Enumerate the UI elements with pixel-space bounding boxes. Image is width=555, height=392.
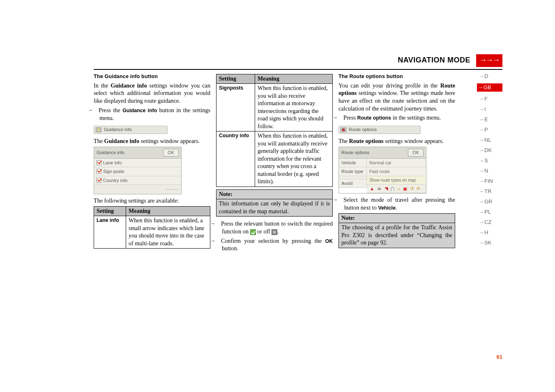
- on-icon: [250, 229, 256, 235]
- arrow-icon: →: [479, 116, 484, 122]
- nav-cz[interactable]: → CZ: [479, 219, 502, 225]
- arrow-icon: →: [479, 168, 484, 174]
- nav-code: E: [484, 116, 488, 122]
- nav-h[interactable]: → H: [479, 229, 502, 235]
- route-press-step: Press Route options in the settings menu…: [339, 114, 455, 122]
- nav-code: GR: [484, 198, 493, 205]
- arrow-icon: →: [479, 209, 484, 215]
- guidance-heading: The Guidance info button: [94, 73, 210, 80]
- header-arrows: →→→: [476, 54, 502, 67]
- nav-p[interactable]: → P: [479, 127, 502, 133]
- select-mode-step: Select the mode of travel after pressing…: [339, 196, 455, 212]
- restricted-icon: ⟳: [416, 186, 421, 192]
- label-avoid: Avoid: [339, 179, 367, 188]
- show-types-button[interactable]: Show route types on map: [367, 176, 426, 184]
- table-row: Country info When this function is enabl…: [216, 131, 333, 187]
- vehicle-button[interactable]: Normal car: [367, 159, 426, 168]
- nav-gb[interactable]: → GB: [477, 83, 502, 92]
- confirm-step: Confirm your selection by pressing the O…: [216, 237, 333, 253]
- content-columns: The Guidance info button In the Guidance…: [94, 73, 455, 254]
- note-title: Note:: [216, 190, 332, 199]
- ferry-icon: ⛴: [377, 186, 382, 192]
- panel-header: Route options OK: [339, 147, 426, 159]
- nav-i[interactable]: → I: [479, 106, 502, 112]
- side-country-nav: → D→ GB→ F→ I→ E→ P→ NL→ DK→ S→ N→ FIN→ …: [479, 73, 502, 246]
- nav-code: TR: [484, 188, 491, 194]
- arrow-icon: [216, 237, 221, 245]
- th-setting: Setting: [216, 74, 255, 84]
- residential-icon: ⌂: [397, 186, 401, 192]
- guidance-after-tab: The Guidance info settings window appear…: [94, 137, 210, 145]
- panel-title: Route options: [341, 150, 369, 156]
- page-number: 61: [497, 354, 502, 360]
- nav-s[interactable]: → S: [479, 157, 502, 164]
- nav-gr[interactable]: → GR: [479, 198, 502, 205]
- nav-nl[interactable]: → NL: [479, 137, 502, 143]
- nav-code: F: [484, 96, 488, 102]
- guidance-info-tab[interactable]: Guidance info: [94, 126, 168, 134]
- arrow-icon: [94, 106, 99, 114]
- nav-code: CZ: [484, 219, 491, 225]
- arrow-icon: →: [479, 157, 484, 164]
- cell-country-info: Country info: [216, 131, 255, 187]
- note-body: This information can only be displayed i…: [216, 199, 332, 216]
- toll-icon: ◥: [384, 186, 389, 192]
- table-row: Lane info When this function is enabled,…: [94, 216, 210, 249]
- cell-lane-desc: When this function is enabled, a small a…: [126, 216, 210, 249]
- switch-step: Press the relevant button to switch the …: [216, 220, 333, 235]
- route-after-tab: The Route options settings window appear…: [339, 137, 455, 145]
- nav-d[interactable]: → D: [479, 73, 502, 79]
- panel-grid: Vehicle Route type Avoid Normal car Fast…: [339, 159, 426, 194]
- uturn-icon: ↺: [410, 186, 415, 192]
- nav-n[interactable]: → N: [479, 168, 502, 174]
- checkbox-icon: [97, 169, 101, 174]
- nav-code: SK: [484, 240, 491, 246]
- guidance-intro: In the Guidance info settings window you…: [94, 82, 210, 105]
- nav-pl[interactable]: → PL: [479, 209, 502, 215]
- avoid-icons[interactable]: ▲ ⛴ ◥ ⋂ ⌂ ▣ ↺ ⟳: [367, 184, 426, 194]
- guidance-settings-panel: Guidance info OK Lane info Sign posts Co…: [94, 147, 182, 194]
- column-2: Setting Meaning Signposts When this func…: [216, 73, 333, 254]
- arrow-icon: →: [479, 219, 484, 225]
- note-body: The choosing of a profile for the Traffi…: [339, 223, 455, 247]
- header-title: NAVIGATION MODE: [381, 54, 476, 67]
- arrow-icon: [339, 114, 343, 122]
- note-box: Note: The choosing of a profile for the …: [339, 213, 455, 248]
- route-options-tab[interactable]: Route options: [339, 126, 421, 134]
- ok-button[interactable]: OK: [163, 149, 179, 157]
- note-title: Note:: [339, 214, 455, 223]
- unpaved-icon: ▣: [403, 186, 408, 192]
- nav-sk[interactable]: → SK: [479, 240, 502, 246]
- cell-signposts: Signposts: [216, 84, 255, 131]
- nav-code: N: [484, 168, 488, 174]
- column-1: The Guidance info button In the Guidance…: [94, 73, 210, 254]
- route-heading: The Route options button: [339, 73, 455, 80]
- nav-e[interactable]: → E: [479, 116, 502, 122]
- nav-f[interactable]: → F: [479, 96, 502, 102]
- nav-code: FIN: [484, 178, 493, 184]
- th-meaning: Meaning: [255, 74, 333, 84]
- arrow-icon: →: [479, 147, 484, 153]
- th-setting: Setting: [94, 206, 126, 216]
- motorway-icon: ▲: [369, 186, 375, 192]
- routetype-button[interactable]: Fast route: [367, 167, 426, 176]
- off-icon: [272, 229, 277, 235]
- guidance-table-cont: Setting Meaning Signposts When this func…: [216, 74, 333, 187]
- checkbox-icon: [97, 160, 101, 165]
- nav-code: H: [484, 229, 488, 235]
- nav-code: DK: [484, 147, 492, 153]
- tunnel-icon: ⋂: [390, 186, 395, 192]
- label-vehicle: Vehicle: [339, 159, 367, 168]
- row-country-info[interactable]: Country info: [94, 176, 181, 185]
- row-sign-posts[interactable]: Sign posts: [94, 167, 181, 176]
- arrow-icon: →: [479, 188, 484, 194]
- nav-code: NL: [484, 137, 491, 143]
- panel-header: Guidance info OK: [94, 147, 181, 159]
- row-lane-info[interactable]: Lane info: [94, 159, 181, 168]
- ok-button[interactable]: OK: [408, 149, 424, 157]
- nav-tr[interactable]: → TR: [479, 188, 502, 194]
- nav-code: S: [484, 157, 488, 164]
- arrow-icon: →: [479, 178, 484, 184]
- nav-fin[interactable]: → FIN: [479, 178, 502, 184]
- nav-dk[interactable]: → DK: [479, 147, 502, 153]
